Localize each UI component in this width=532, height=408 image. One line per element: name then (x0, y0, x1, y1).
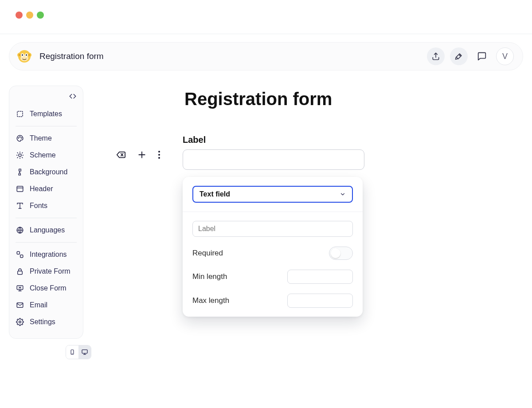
sidebar-item-settings[interactable]: Settings (16, 314, 77, 330)
svg-point-51 (158, 154, 160, 156)
sidebar-item-email[interactable]: Email (16, 297, 77, 314)
required-label: Required (192, 249, 223, 258)
publish-button[interactable] (450, 47, 468, 65)
svg-point-8 (22, 54, 23, 55)
sidebar-item-templates[interactable]: Templates (16, 106, 77, 122)
field-label-input[interactable] (192, 221, 353, 237)
sidebar-divider (16, 218, 77, 218)
form-title: Registration form (184, 89, 523, 109)
sidebar-item-label: Languages (30, 226, 65, 234)
svg-point-11 (459, 55, 461, 56)
sidebar-item-label: Close Form (30, 284, 66, 292)
phone-icon (69, 348, 75, 356)
svg-point-40 (19, 321, 21, 323)
titlebar-divider (0, 34, 532, 34)
gear-icon (16, 318, 24, 326)
more-vertical-icon (158, 150, 160, 159)
lock-icon (16, 267, 24, 276)
chat-icon (477, 51, 487, 61)
svg-point-4 (28, 54, 31, 56)
app-title: Registration form (39, 51, 104, 61)
row-actions (115, 135, 160, 161)
svg-point-16 (19, 154, 21, 157)
field-input[interactable] (183, 149, 364, 170)
delete-field-button[interactable] (115, 150, 126, 161)
sidebar-item-label: Integrations (30, 251, 67, 259)
share-icon (431, 52, 440, 61)
topbar-actions: V (427, 47, 514, 65)
svg-point-9 (26, 54, 27, 55)
sidebar-item-label: Theme (30, 134, 52, 142)
share-button[interactable] (427, 47, 445, 65)
sidebar-item-close-form[interactable]: Close Form (16, 280, 77, 297)
sidebar-item-fonts[interactable]: Fonts (16, 197, 77, 214)
mail-icon (16, 301, 24, 310)
svg-line-22 (22, 157, 23, 158)
brush-icon (16, 168, 24, 177)
monitor-x-icon (16, 284, 24, 293)
svg-point-14 (20, 137, 20, 137)
code-toggle[interactable] (69, 92, 77, 102)
sidebar: Templates Theme Scheme Background (9, 86, 83, 339)
close-window-icon[interactable] (16, 12, 23, 19)
svg-point-3 (19, 54, 21, 56)
min-length-input[interactable] (287, 270, 353, 284)
field-type-value: Text field (200, 190, 230, 198)
app-logo (16, 48, 32, 64)
field-type-select[interactable]: Text field (192, 186, 353, 203)
sidebar-item-theme[interactable]: Theme (16, 130, 77, 147)
field-row: Label Text field Required (109, 135, 523, 317)
canvas: Registration form Label (91, 86, 523, 317)
svg-line-23 (22, 153, 23, 153)
window-controls (0, 0, 532, 19)
header-icon (16, 184, 24, 193)
max-length-input[interactable] (287, 294, 353, 308)
rocket-icon (454, 52, 463, 61)
svg-point-13 (18, 137, 19, 138)
globe-icon (16, 226, 24, 235)
field-label: Label (183, 135, 364, 145)
sidebar-item-scheme[interactable]: Scheme (16, 147, 77, 164)
add-field-button[interactable] (137, 150, 146, 161)
palette-icon (16, 134, 24, 143)
sidebar-item-background[interactable]: Background (16, 164, 77, 180)
field-settings-popover: Text field Required Min length (183, 177, 363, 317)
sidebar-item-label: Templates (30, 110, 62, 118)
sidebar-divider (16, 242, 77, 243)
sidebar-item-integrations[interactable]: Integrations (16, 246, 77, 263)
svg-rect-43 (82, 350, 87, 353)
sidebar-item-label: Email (30, 301, 47, 309)
sidebar-item-label: Header (30, 185, 53, 193)
templates-icon (16, 110, 24, 118)
sidebar-item-private-form[interactable]: Private Form (16, 263, 77, 280)
sidebar-item-label: Private Form (30, 267, 70, 275)
device-mobile-button[interactable] (66, 345, 78, 359)
field-more-button[interactable] (158, 150, 160, 161)
comments-button[interactable] (473, 47, 491, 65)
code-icon (69, 92, 77, 100)
monitor-icon (81, 349, 89, 356)
svg-rect-32 (20, 255, 23, 258)
monkey-icon (17, 49, 32, 64)
svg-rect-31 (17, 251, 20, 254)
svg-point-50 (158, 151, 160, 153)
svg-point-52 (158, 157, 160, 159)
avatar[interactable]: V (496, 47, 514, 65)
svg-rect-12 (17, 111, 23, 117)
svg-rect-33 (18, 271, 23, 275)
device-switch (66, 345, 91, 359)
required-toggle[interactable] (329, 247, 353, 260)
svg-rect-25 (17, 186, 23, 192)
sidebar-item-label: Settings (30, 318, 55, 326)
device-desktop-button[interactable] (78, 345, 91, 359)
sidebar-item-header[interactable]: Header (16, 180, 77, 197)
topbar: Registration form V (9, 42, 523, 71)
chevron-down-icon (340, 191, 346, 197)
integrations-icon (16, 250, 24, 259)
minimize-window-icon[interactable] (26, 12, 33, 19)
maximize-window-icon[interactable] (37, 12, 44, 19)
sidebar-item-languages[interactable]: Languages (16, 222, 77, 239)
backspace-icon (115, 150, 126, 160)
sidebar-divider (16, 126, 77, 126)
max-length-label: Max length (192, 296, 229, 305)
